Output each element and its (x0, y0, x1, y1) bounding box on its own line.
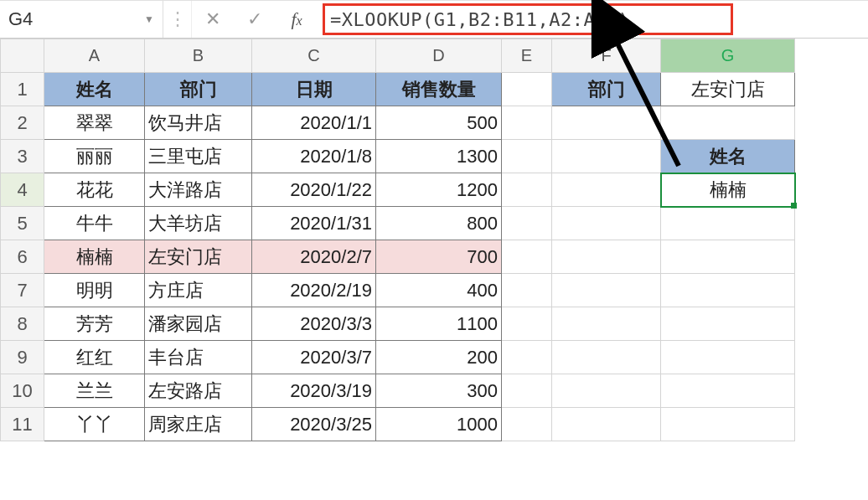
cell-B11[interactable]: 周家庄店 (145, 408, 252, 441)
cell-E11[interactable] (502, 408, 552, 441)
cell-A5[interactable]: 牛牛 (44, 207, 145, 240)
col-header-C[interactable]: C (252, 39, 376, 73)
col-header-A[interactable]: A (44, 39, 145, 73)
col-header-D[interactable]: D (376, 39, 502, 73)
cell-A4[interactable]: 花花 (44, 173, 145, 207)
cell-D7[interactable]: 400 (376, 274, 502, 307)
select-all-corner[interactable] (1, 39, 44, 73)
row-header-8[interactable]: 8 (1, 307, 44, 341)
cell-F7[interactable] (552, 274, 661, 307)
header-qty[interactable]: 销售数量 (376, 73, 502, 106)
cell-G11[interactable] (661, 408, 795, 441)
cell-D11[interactable]: 1000 (376, 408, 502, 441)
cell-G10[interactable] (661, 374, 795, 408)
lookup-dept-label[interactable]: 部门 (552, 73, 661, 106)
cell-G8[interactable] (661, 307, 795, 341)
row-header-5[interactable]: 5 (1, 207, 44, 240)
cell-B7[interactable]: 方庄店 (145, 274, 252, 307)
cell-C5[interactable]: 2020/1/31 (252, 207, 376, 240)
cell-D2[interactable]: 500 (376, 106, 502, 140)
spreadsheet-grid[interactable]: A B C D E F G 1 姓名 部门 日期 销售数量 部门 左安门店 2 … (0, 39, 795, 441)
cell-E8[interactable] (502, 307, 552, 341)
accept-formula-button[interactable]: ✓ (234, 1, 276, 38)
formula-input[interactable]: =XLOOKUP(G1,B2:B11,A2:A11) (323, 3, 733, 35)
lookup-dept-value[interactable]: 左安门店 (661, 73, 795, 106)
cell-G7[interactable] (661, 274, 795, 307)
cancel-formula-button[interactable]: ✕ (192, 1, 234, 38)
header-date[interactable]: 日期 (252, 73, 376, 106)
cell-D5[interactable]: 800 (376, 207, 502, 240)
cell-A2[interactable]: 翠翠 (44, 106, 145, 140)
cell-C11[interactable]: 2020/3/25 (252, 408, 376, 441)
cell-E6[interactable] (502, 240, 552, 274)
cell-E5[interactable] (502, 207, 552, 240)
cell-F11[interactable] (552, 408, 661, 441)
cell-A8[interactable]: 芳芳 (44, 307, 145, 341)
cell-D6[interactable]: 700 (376, 240, 502, 274)
cell-D3[interactable]: 1300 (376, 140, 502, 173)
row-header-7[interactable]: 7 (1, 274, 44, 307)
row-header-4[interactable]: 4 (1, 173, 44, 207)
cell-E10[interactable] (502, 374, 552, 408)
row-header-1[interactable]: 1 (1, 73, 44, 106)
cell-B9[interactable]: 丰台店 (145, 341, 252, 374)
name-box[interactable]: G4 ▼ (0, 1, 163, 38)
cell-B3[interactable]: 三里屯店 (145, 140, 252, 173)
col-header-G[interactable]: G (661, 39, 795, 73)
cell-C10[interactable]: 2020/3/19 (252, 374, 376, 408)
row-header-10[interactable]: 10 (1, 374, 44, 408)
row-header-6[interactable]: 6 (1, 240, 44, 274)
cell-A9[interactable]: 红红 (44, 341, 145, 374)
cell-G9[interactable] (661, 341, 795, 374)
cell-D8[interactable]: 1100 (376, 307, 502, 341)
lookup-name-value[interactable]: 楠楠 (661, 173, 795, 207)
cell-B4[interactable]: 大洋路店 (145, 173, 252, 207)
cell-E9[interactable] (502, 341, 552, 374)
cell-B2[interactable]: 饮马井店 (145, 106, 252, 140)
cell-E4[interactable] (502, 173, 552, 207)
cell-G2[interactable] (661, 106, 795, 140)
cell-A10[interactable]: 兰兰 (44, 374, 145, 408)
cell-F3[interactable] (552, 140, 661, 173)
cell-D4[interactable]: 1200 (376, 173, 502, 207)
cell-A11[interactable]: 丫丫 (44, 408, 145, 441)
cell-E3[interactable] (502, 140, 552, 173)
cell-A3[interactable]: 丽丽 (44, 140, 145, 173)
cell-G6[interactable] (661, 240, 795, 274)
cell-A7[interactable]: 明明 (44, 274, 145, 307)
cell-F5[interactable] (552, 207, 661, 240)
row-header-2[interactable]: 2 (1, 106, 44, 140)
col-header-E[interactable]: E (502, 39, 552, 73)
cell-C2[interactable]: 2020/1/1 (252, 106, 376, 140)
cell-E7[interactable] (502, 274, 552, 307)
col-header-B[interactable]: B (145, 39, 252, 73)
cell-A6[interactable]: 楠楠 (44, 240, 145, 274)
cell-F9[interactable] (552, 341, 661, 374)
cell-B10[interactable]: 左安路店 (145, 374, 252, 408)
lookup-name-label[interactable]: 姓名 (661, 140, 795, 173)
row-header-3[interactable]: 3 (1, 140, 44, 173)
fx-button[interactable]: fx (276, 1, 318, 38)
cell-F2[interactable] (552, 106, 661, 140)
cell-B6[interactable]: 左安门店 (145, 240, 252, 274)
cell-B8[interactable]: 潘家园店 (145, 307, 252, 341)
cell-D10[interactable]: 300 (376, 374, 502, 408)
cell-B5[interactable]: 大羊坊店 (145, 207, 252, 240)
row-header-9[interactable]: 9 (1, 341, 44, 374)
cell-D9[interactable]: 200 (376, 341, 502, 374)
cell-E1[interactable] (502, 73, 552, 106)
cell-C6[interactable]: 2020/2/7 (252, 240, 376, 274)
header-name[interactable]: 姓名 (44, 73, 145, 106)
name-box-dropdown-icon[interactable]: ▼ (144, 13, 154, 25)
cell-C7[interactable]: 2020/2/19 (252, 274, 376, 307)
header-dept[interactable]: 部门 (145, 73, 252, 106)
row-header-11[interactable]: 11 (1, 408, 44, 441)
col-header-F[interactable]: F (552, 39, 661, 73)
cell-G5[interactable] (661, 207, 795, 240)
cell-F4[interactable] (552, 173, 661, 207)
cell-F8[interactable] (552, 307, 661, 341)
cell-F10[interactable] (552, 374, 661, 408)
cell-F6[interactable] (552, 240, 661, 274)
cell-E2[interactable] (502, 106, 552, 140)
cell-C8[interactable]: 2020/3/3 (252, 307, 376, 341)
